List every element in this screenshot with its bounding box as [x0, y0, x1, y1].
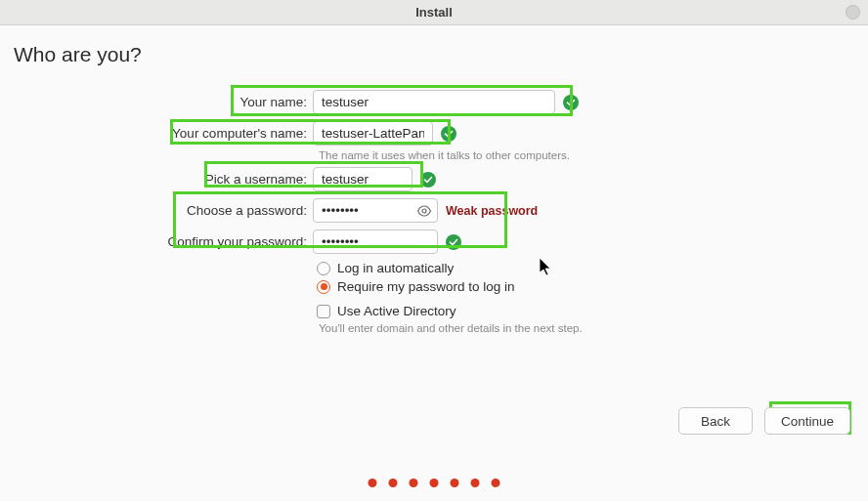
computer-hint: The name it uses when it talks to other …	[319, 149, 854, 161]
eye-icon[interactable]	[416, 205, 432, 217]
radio-auto-login[interactable]: Log in automatically	[317, 261, 854, 275]
check-icon	[420, 172, 436, 188]
progress-dot	[492, 479, 500, 487]
check-icon	[446, 234, 461, 250]
page-title: Who are you?	[14, 43, 854, 66]
label-name: Your name:	[14, 95, 313, 109]
checkbox-icon	[317, 305, 330, 318]
progress-dot	[410, 479, 418, 487]
row-computer: Your computer's name:	[14, 121, 854, 146]
svg-point-0	[422, 209, 426, 213]
close-icon[interactable]	[846, 5, 860, 20]
radio-icon	[317, 262, 330, 275]
label-computer: Your computer's name:	[14, 126, 313, 141]
row-username: Pick a username:	[14, 167, 854, 191]
radio-label: Require my password to log in	[337, 279, 515, 294]
titlebar: Install	[0, 0, 868, 25]
progress-dot	[369, 479, 377, 487]
label-confirm: Confirm your password:	[14, 234, 313, 249]
label-password: Choose a password:	[14, 203, 313, 218]
row-password: Choose a password: Weak password	[14, 198, 854, 223]
checkbox-label: Use Active Directory	[337, 304, 456, 318]
username-input[interactable]	[313, 167, 412, 191]
progress-dot	[430, 479, 439, 487]
window-title: Install	[415, 5, 453, 20]
name-input[interactable]	[313, 90, 555, 114]
row-confirm: Confirm your password:	[14, 230, 854, 254]
row-name: Your name:	[14, 90, 854, 114]
radio-icon	[317, 280, 330, 294]
continue-button[interactable]: Continue	[764, 407, 850, 435]
checkbox-active-directory[interactable]: Use Active Directory	[317, 304, 854, 318]
radio-require-password[interactable]: Require my password to log in	[317, 279, 854, 294]
check-icon	[563, 95, 579, 110]
computer-input[interactable]	[313, 121, 433, 146]
check-icon	[441, 126, 456, 142]
confirm-input[interactable]	[313, 230, 438, 254]
footer-buttons: Back Continue	[678, 407, 850, 435]
back-button[interactable]: Back	[678, 407, 753, 435]
password-strength: Weak password	[446, 204, 538, 218]
user-form: Your name: Your computer's name: The nam…	[14, 90, 854, 334]
content-area: Who are you? Your name: Your computer's …	[0, 25, 868, 334]
progress-dot	[389, 479, 398, 487]
progress-dots	[369, 479, 500, 487]
ad-hint: You'll enter domain and other details in…	[319, 322, 854, 334]
radio-label: Log in automatically	[337, 261, 454, 275]
label-username: Pick a username:	[14, 172, 313, 187]
progress-dot	[451, 479, 459, 487]
progress-dot	[471, 479, 480, 487]
